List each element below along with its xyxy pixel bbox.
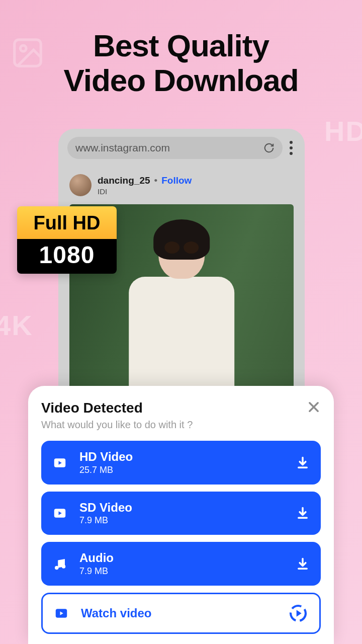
option-title: Watch video bbox=[81, 606, 288, 620]
image-placeholder-icon bbox=[10, 35, 45, 70]
option-size: 25.7 MB bbox=[79, 465, 296, 475]
play-circle-icon bbox=[288, 603, 308, 623]
badge-bottom-label: 1080 bbox=[17, 239, 117, 274]
play-icon bbox=[54, 606, 69, 621]
video-detected-sheet: Video Detected What would you like to do… bbox=[28, 386, 334, 644]
headline-line-2: Video Download bbox=[63, 63, 298, 98]
badge-top-label: Full HD bbox=[17, 206, 117, 239]
download-icon bbox=[296, 557, 310, 571]
hd-video-option[interactable]: HD Video 25.7 MB bbox=[41, 441, 321, 485]
download-icon bbox=[296, 456, 310, 470]
full-hd-badge: Full HD 1080 bbox=[17, 206, 117, 274]
sheet-title: Video Detected bbox=[41, 400, 193, 416]
option-title: Audio bbox=[79, 551, 296, 565]
watch-video-option[interactable]: Watch video bbox=[41, 593, 321, 634]
video-icon bbox=[52, 506, 67, 521]
browser-bar: www.instagram.com bbox=[58, 129, 305, 167]
sheet-subtitle: What would you like to do with it ? bbox=[41, 419, 193, 431]
post-header: dancing_25 • Follow IDI bbox=[58, 167, 305, 201]
headline-line-1: Best Quality bbox=[93, 28, 269, 63]
reload-icon[interactable] bbox=[263, 142, 275, 153]
sd-video-option[interactable]: SD Video 7.9 MB bbox=[41, 492, 321, 535]
video-icon bbox=[52, 455, 67, 470]
follow-link[interactable]: Follow bbox=[161, 175, 192, 186]
svg-point-4 bbox=[55, 566, 59, 570]
avatar[interactable] bbox=[69, 174, 92, 196]
more-menu-icon[interactable] bbox=[290, 141, 296, 155]
url-bar[interactable]: www.instagram.com bbox=[67, 137, 283, 159]
svg-point-1 bbox=[20, 45, 26, 51]
separator-dot: • bbox=[154, 175, 158, 186]
download-icon bbox=[296, 506, 310, 520]
svg-point-5 bbox=[62, 565, 66, 569]
option-title: HD Video bbox=[79, 450, 296, 464]
option-size: 7.9 MB bbox=[79, 515, 296, 526]
music-icon bbox=[52, 556, 67, 572]
option-size: 7.9 MB bbox=[79, 566, 296, 577]
username[interactable]: dancing_25 bbox=[98, 175, 150, 186]
option-title: SD Video bbox=[79, 501, 296, 515]
audio-option[interactable]: Audio 7.9 MB bbox=[41, 542, 321, 586]
headline: Best Quality Video Download bbox=[0, 0, 362, 98]
user-subline: IDI bbox=[98, 187, 192, 196]
background-4k-text: 4K bbox=[0, 309, 33, 342]
close-icon[interactable] bbox=[307, 400, 321, 414]
background-hd-text: HD bbox=[324, 115, 362, 147]
url-text: www.instagram.com bbox=[75, 142, 170, 154]
